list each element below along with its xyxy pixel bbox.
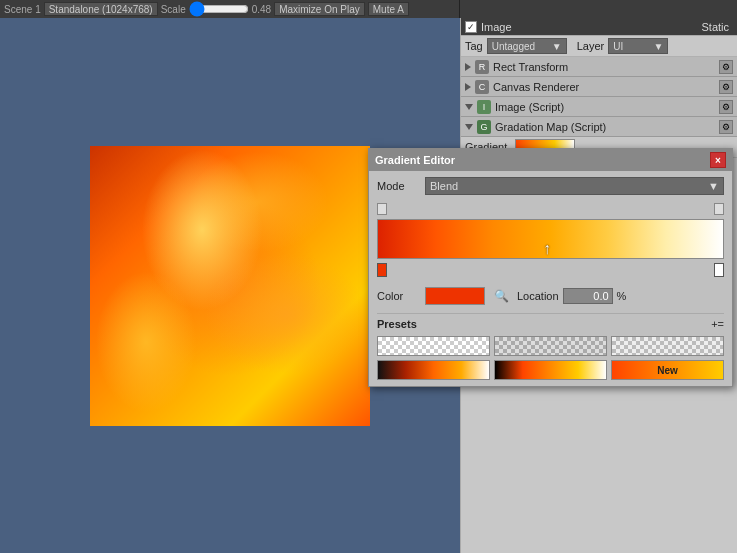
canvas-renderer-arrow [465,83,471,91]
rect-transform-label: Rect Transform [493,61,568,73]
canvas-renderer-icon: C [475,80,489,94]
canvas-settings-icon[interactable]: ⚙ [719,80,733,94]
ge-alpha-stop-row [377,203,724,217]
ge-alpha-stop-right[interactable] [714,203,724,215]
tag-label: Tag [465,40,483,52]
image-script-header[interactable]: I Image (Script) ⚙ [461,97,737,117]
gradation-map-header[interactable]: G Gradation Map (Script) ⚙ [461,117,737,137]
ge-preset-1[interactable] [377,336,490,356]
image-script-arrow [465,104,473,110]
static-label: Static [697,21,733,33]
ge-mode-value: Blend [430,180,458,192]
gradation-map-label: Gradation Map (Script) [495,121,606,133]
tag-dropdown[interactable]: Untagged ▼ [487,38,567,54]
ge-location-label: Location [517,290,559,302]
ge-mode-label: Mode [377,180,417,192]
ge-alpha-stop-left[interactable] [377,203,387,215]
tag-dropdown-arrow: ▼ [552,41,562,52]
rect-transform-header[interactable]: R Rect Transform ⚙ [461,57,737,77]
layer-dropdown[interactable]: UI ▼ [608,38,668,54]
standalone-dropdown[interactable]: Standalone (1024x768) [44,2,158,16]
image-name-row: ✓ Image Static [461,18,737,36]
ge-presets-header: Presets += [377,318,724,330]
layer-value: UI [613,41,623,52]
ge-divider [377,313,724,314]
top-bar: Scene 1 Standalone (1024x768) Scale 0.48… [0,0,737,18]
ge-preset-3[interactable] [611,336,724,356]
ge-mode-dropdown[interactable]: Blend ▼ [425,177,724,195]
fire-preview [90,146,370,426]
gradient-editor: Gradient Editor × Mode Blend ▼ ↑ [368,148,733,387]
ge-preset-2[interactable] [494,336,607,356]
image-script-icon: I [477,100,491,114]
ge-color-swatch[interactable] [425,287,485,305]
layer-label: Layer [577,40,605,52]
rect-transform-arrow [465,63,471,71]
ge-eyedropper-icon[interactable]: 🔍 [493,288,509,304]
image-script-label: Image (Script) [495,101,564,113]
tag-value: Untagged [492,41,535,52]
ge-titlebar: Gradient Editor × [369,149,732,171]
ge-presets-grid: New [377,336,724,380]
ge-title: Gradient Editor [375,154,455,166]
ge-color-row: Color 🔍 Location % [377,287,724,305]
ge-close-button[interactable]: × [710,152,726,168]
scale-label: Scale [161,4,186,15]
ge-mode-row: Mode Blend ▼ [377,177,724,195]
ge-mode-dropdown-arrow: ▼ [708,180,719,192]
ge-presets-label: Presets [377,318,417,330]
ge-presets-add-btn[interactable]: += [711,318,724,330]
gradation-map-arrow [465,124,473,130]
image-settings-icon[interactable]: ⚙ [719,100,733,114]
ge-gradient-bar[interactable]: ↑ [377,219,724,259]
rect-settings-icon[interactable]: ⚙ [719,60,733,74]
ge-preset-5[interactable] [494,360,607,380]
image-active-checkbox[interactable]: ✓ [465,21,477,33]
inspector-topbar [460,0,737,18]
gradation-map-icon: G [477,120,491,134]
ge-location-row: Location % [517,288,626,304]
ge-percent-label: % [617,290,627,302]
layer-dropdown-arrow: ▼ [653,41,663,52]
canvas-renderer-label: Canvas Renderer [493,81,579,93]
ge-preset-new[interactable]: New [611,360,724,380]
scale-value: 0.48 [252,4,271,15]
ge-color-stop-right[interactable] [714,263,724,277]
scene-toolbar: Scene 1 Standalone (1024x768) Scale 0.48… [0,0,460,18]
ge-location-input[interactable] [563,288,613,304]
gradation-settings-icon[interactable]: ⚙ [719,120,733,134]
ge-color-label: Color [377,290,417,302]
canvas-renderer-header[interactable]: C Canvas Renderer ⚙ [461,77,737,97]
ge-color-stop-row [377,261,724,279]
tag-layer-row: Tag Untagged ▼ Layer UI ▼ [461,36,737,57]
ge-preset-4[interactable] [377,360,490,380]
maximize-btn[interactable]: Maximize On Play [274,2,365,16]
ge-color-stop-left[interactable] [377,263,387,277]
ge-body: Mode Blend ▼ ↑ Color 🔍 Locatio [369,171,732,386]
rect-transform-icon: R [475,60,489,74]
image-component-name: Image [481,21,693,33]
ge-cursor-indicator: ↑ [543,240,551,258]
ge-new-label: New [657,365,678,376]
mute-btn[interactable]: Mute A [368,2,409,16]
scale-slider[interactable] [189,4,249,14]
scene-tab-label[interactable]: Scene 1 [4,4,41,15]
